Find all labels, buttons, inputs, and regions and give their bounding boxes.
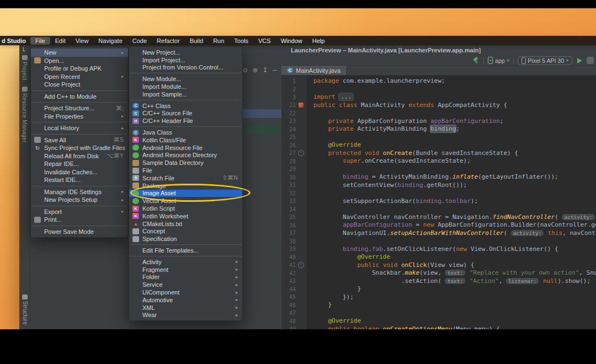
code-line[interactable] xyxy=(307,205,596,213)
menu-item-new-projects-setup[interactable]: New Projects Setup▸ xyxy=(31,196,128,204)
gutter-line[interactable]: 34 xyxy=(281,205,307,213)
gutter-line[interactable]: 44 xyxy=(281,285,307,293)
menu-item-close-project[interactable]: Close Project xyxy=(31,81,128,89)
hide-icon[interactable]: ─ xyxy=(273,66,277,74)
scroll-down-icon[interactable]: ↧ xyxy=(263,66,268,74)
code-line[interactable]: @Override xyxy=(307,253,596,261)
code-line[interactable]: import ... xyxy=(307,93,596,101)
device-select[interactable]: Pixel 5 API 30 ▾ xyxy=(518,56,572,65)
code-line[interactable] xyxy=(307,309,596,318)
menu-item-import-project[interactable]: Import Project... xyxy=(129,56,242,64)
menu-item-java-class[interactable]: CJava Class xyxy=(129,129,242,136)
code-line[interactable] xyxy=(307,165,596,174)
gutter-line[interactable]: 28 xyxy=(281,157,307,165)
menu-item-kotlin-worksheet[interactable]: KKotlin Worksheet xyxy=(129,212,242,220)
gutter-line[interactable]: 41 xyxy=(281,261,307,270)
menu-item-folder[interactable]: Folder▸ xyxy=(129,274,242,281)
code-line[interactable] xyxy=(307,109,596,117)
code-line[interactable] xyxy=(307,85,596,94)
gutter-line[interactable]: 39 xyxy=(281,245,307,254)
gutter-line[interactable]: 48 xyxy=(281,317,307,325)
gutter-line[interactable]: 35 xyxy=(281,213,307,222)
code-line[interactable]: public class MainActivity extends AppCom… xyxy=(307,101,596,110)
gutter-line[interactable]: 42 xyxy=(281,269,307,277)
code-line[interactable]: public boolean onCreateOptionsMenu(Menu … xyxy=(307,325,596,330)
menu-item-open-recent[interactable]: Open Recent▸ xyxy=(31,73,128,81)
gutter-line[interactable]: 31 xyxy=(281,181,307,190)
gutter-line[interactable]: 2 xyxy=(281,85,307,94)
menu-item-package[interactable]: Package xyxy=(129,182,242,190)
gutter-line[interactable]: 36 xyxy=(281,221,307,229)
menu-item-specification[interactable]: Specification xyxy=(129,235,242,243)
stripe-item-project[interactable]: Project xyxy=(19,55,30,80)
code-line[interactable]: .setAction( text: "Action", listener: nu… xyxy=(307,277,596,286)
editor-code[interactable]: package com.example.launcherpreview;impo… xyxy=(307,76,596,329)
gutter-line[interactable]: 3 xyxy=(281,93,307,101)
menu-item-import-sample[interactable]: Import Sample... xyxy=(129,90,242,98)
menu-item-activity[interactable]: Activity▸ xyxy=(129,258,242,266)
menubar-item-build[interactable]: Build xyxy=(185,37,208,45)
menu-item-uicomponent[interactable]: UiComponent▸ xyxy=(129,288,242,296)
menu-item-vector-asset[interactable]: Vector Asset xyxy=(129,197,242,205)
tab-mainactivity-java[interactable]: C MainActivity.java xyxy=(281,66,346,75)
menu-item-android-resource-directory[interactable]: Android Resource Directory xyxy=(129,152,242,159)
editor-gutter[interactable]: 1232122232425262728293031323334353637383… xyxy=(281,76,307,329)
code-line[interactable]: binding = ActivityMainBinding.inflate(ge… xyxy=(307,173,596,181)
code-line[interactable]: appBarConfiguration = new AppBarConfigur… xyxy=(307,221,596,229)
gutter-line[interactable]: 22 xyxy=(281,109,307,117)
menubar-item-window[interactable]: Window xyxy=(276,37,307,45)
menu-item-profile-or-debug-apk[interactable]: Profile or Debug APK xyxy=(31,65,128,73)
menu-item-service[interactable]: Service▸ xyxy=(129,281,242,288)
stripe-item-structure[interactable]: Structure xyxy=(19,295,30,325)
code-line[interactable]: setContentView(binding.getRoot()); xyxy=(307,181,596,190)
code-line[interactable] xyxy=(307,189,596,197)
build-hammer-icon[interactable] xyxy=(472,57,480,64)
menu-item-file-properties[interactable]: File Properties▸ xyxy=(31,113,128,121)
code-line[interactable]: NavigationUI.setupActionBarWithNavContro… xyxy=(307,229,596,238)
menu-item-new[interactable]: New▸ xyxy=(31,49,128,57)
menu-item-fragment[interactable]: Fragment▸ xyxy=(129,266,242,274)
menu-item-kotlin-script[interactable]: KKotlin Script xyxy=(129,205,242,212)
menu-item-print[interactable]: Print... xyxy=(31,216,128,224)
gutter-line[interactable]: 37 xyxy=(281,229,307,238)
menu-item-save-all[interactable]: Save All⌘S xyxy=(31,136,128,144)
menu-item-automotive[interactable]: Automotive▸ xyxy=(129,296,242,304)
gutter-line[interactable]: 33 xyxy=(281,197,307,206)
class-gutter-icon[interactable] xyxy=(296,101,306,110)
menu-item-open[interactable]: Open... xyxy=(31,57,128,65)
menu-item-repair-ide[interactable]: Repair IDE... xyxy=(31,160,128,168)
code-line[interactable] xyxy=(307,133,596,142)
menubar-item-code[interactable]: Code xyxy=(127,37,152,45)
menu-item-add-c-to-module[interactable]: Add C++ to Module xyxy=(31,93,128,101)
gutter-line[interactable]: 40 xyxy=(281,253,307,261)
gutter-line[interactable]: 30 xyxy=(281,173,307,181)
menu-item-android-resource-file[interactable]: Android Resource File xyxy=(129,144,242,152)
run-play-icon[interactable] xyxy=(576,57,583,64)
code-line[interactable]: } xyxy=(307,285,596,293)
menu-item-restart-ide[interactable]: Restart IDE... xyxy=(31,176,128,184)
code-line[interactable]: public void onClick(View view) { xyxy=(307,261,596,270)
menu-item-reload-all-from-disk[interactable]: Reload All from Disk⌥⌘Y xyxy=(31,152,128,160)
menu-item-new-module[interactable]: New Module... xyxy=(129,75,242,83)
menubar-item-navigate[interactable]: Navigate xyxy=(93,37,127,45)
menubar-item-help[interactable]: Help xyxy=(307,37,330,45)
menubar-item-tools[interactable]: Tools xyxy=(229,37,253,45)
menu-item-manage-ide-settings[interactable]: Manage IDE Settings▸ xyxy=(31,188,128,196)
code-line[interactable]: protected void onCreate(Bundle savedInst… xyxy=(307,149,596,158)
gutter-line[interactable]: 29 xyxy=(281,165,307,174)
gutter-line[interactable]: 26 xyxy=(281,141,307,149)
code-line[interactable]: @Override xyxy=(307,317,596,325)
menu-item-sync-project-with-gradle-files[interactable]: ↻Sync Project with Gradle Files xyxy=(31,144,128,152)
profiler-icon[interactable] xyxy=(587,57,594,64)
gutter-line[interactable]: 23 xyxy=(281,117,307,126)
gutter-line[interactable]: 47 xyxy=(281,309,307,318)
code-line[interactable]: package com.example.launcherpreview; xyxy=(307,77,596,85)
settings-gear-icon[interactable]: ⊛ xyxy=(253,66,258,74)
menu-item-import-module[interactable]: Import Module... xyxy=(129,83,242,90)
code-line[interactable]: }); xyxy=(307,293,596,302)
gutter-line[interactable]: 43 xyxy=(281,277,307,286)
menu-item-local-history[interactable]: Local History▸ xyxy=(31,124,128,132)
code-line[interactable]: super.onCreate(savedInstanceState); xyxy=(307,157,596,165)
menu-item-project-from-version-control[interactable]: Project from Version Control... xyxy=(129,64,242,72)
menu-item-concept[interactable]: Concept xyxy=(129,228,242,235)
